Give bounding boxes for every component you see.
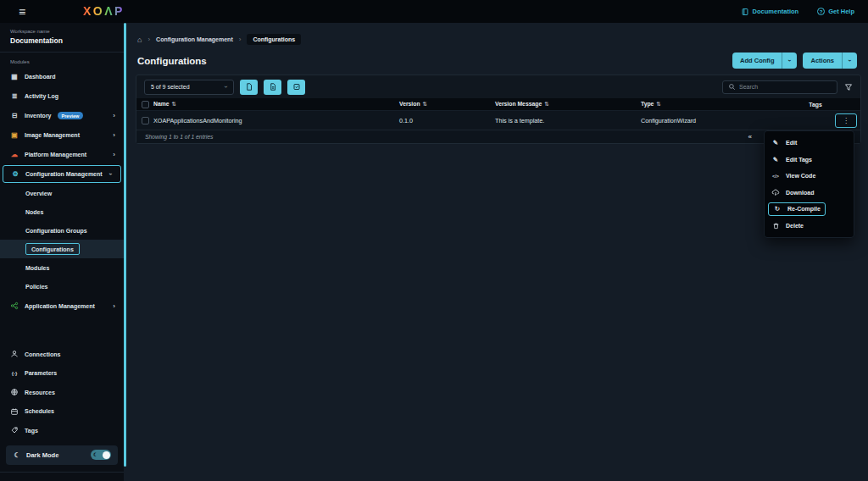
sidebar-divider <box>0 472 124 473</box>
sidebar-item-activity-log[interactable]: ≣ Activity Log <box>0 86 124 106</box>
sidebar-item-label: Activity Log <box>25 93 58 99</box>
selection-dropdown[interactable]: 5 of 9 selected › <box>144 80 234 95</box>
column-label: Version <box>399 101 420 107</box>
dashboard-icon: ▦ <box>10 73 19 80</box>
menu-item-delete[interactable]: Delete <box>765 218 854 235</box>
recompile-icon: ↻ <box>773 205 782 213</box>
sidebar-subitem-label: Configuration Groups <box>25 228 87 234</box>
sidebar-item-label: Tags <box>25 428 38 434</box>
row-checkbox[interactable] <box>142 117 149 124</box>
menu-item-download[interactable]: Download <box>765 185 854 202</box>
configurations-table-card: 5 of 9 selected › <box>136 75 861 144</box>
sidebar-subitem-overview[interactable]: Overview <box>0 184 124 202</box>
tag-icon <box>10 426 19 434</box>
sidebar-subitem-configurations[interactable]: Configurations <box>0 240 124 258</box>
breadcrumb-item-configuration-management[interactable]: Configuration Management <box>156 36 233 42</box>
xoap-logo: XOΛP <box>83 4 125 18</box>
column-label: Type <box>641 101 654 107</box>
app-screen: ≡ XOΛP Documentation ? Get Help Workspac… <box>0 0 868 481</box>
table-header: Name⇅ Version⇅ Version Message⇅ Type⇅ Ta… <box>136 98 860 110</box>
add-config-button[interactable]: Add Config › <box>732 53 797 69</box>
sidebar-item-dashboard[interactable]: ▦ Dashboard <box>0 67 124 86</box>
table-row[interactable]: XOAPApplicationsAndMonitoring 0.1.0 This… <box>136 110 860 130</box>
person-icon <box>10 350 19 358</box>
sidebar-subitem-nodes[interactable]: Nodes <box>0 202 124 221</box>
toggle-knob <box>103 451 110 459</box>
menu-item-label: Delete <box>786 223 804 229</box>
sidebar-item-tags[interactable]: Tags <box>0 421 124 440</box>
sidebar-item-schedules[interactable]: Schedules <box>0 402 124 422</box>
configuration-management-icon: ⚙ <box>11 170 19 178</box>
sidebar-item-platform-management[interactable]: ☁ Platform Management › <box>0 145 124 164</box>
column-header-type[interactable]: Type⇅ <box>641 101 798 108</box>
header-actions: Add Config › Actions › <box>732 53 857 69</box>
add-config-label: Add Config <box>732 53 782 69</box>
sidebar-item-label: Parameters <box>25 370 57 376</box>
file-export-button[interactable] <box>264 80 281 95</box>
workspace-block: Workspace name Documentation <box>0 23 124 53</box>
parameters-icon: {-} <box>10 371 19 376</box>
home-icon[interactable]: ⌂ <box>137 36 142 44</box>
book-icon <box>741 8 749 16</box>
sidebar-subitem-label: Policies <box>25 284 47 290</box>
actions-label: Actions <box>803 53 842 69</box>
sidebar-item-resources[interactable]: Resources <box>0 383 124 402</box>
breadcrumb-item-configurations[interactable]: Configurations <box>247 34 301 45</box>
image-management-icon: ▣ <box>10 131 19 139</box>
modules-section-label: Modules <box>0 53 124 67</box>
new-file-button[interactable] <box>240 80 258 95</box>
page-title: Configurations <box>137 56 207 66</box>
sidebar-item-inventory[interactable]: ⊟ Inventory Preview › <box>0 106 124 125</box>
breadcrumb: ⌂ › Configuration Management › Configura… <box>126 23 868 45</box>
column-header-tags: Tags <box>798 102 833 108</box>
sort-icon: ⇅ <box>544 101 548 107</box>
column-header-name[interactable]: Name⇅ <box>153 101 399 108</box>
sidebar-subitem-configuration-groups[interactable]: Configuration Groups <box>0 221 124 240</box>
code-icon: </> <box>771 174 780 179</box>
topbar-links: Documentation ? Get Help <box>741 8 854 16</box>
column-header-version-message[interactable]: Version Message⇅ <box>495 101 641 108</box>
actions-button[interactable]: Actions › <box>803 53 857 69</box>
breadcrumb-separator: › <box>147 36 150 43</box>
row-actions-menu-button[interactable]: ⋮ <box>835 113 857 128</box>
menu-item-edit-tags[interactable]: ✎ Edit Tags <box>765 152 854 169</box>
table-footer: Showing 1 to 1 of 1 entries « <box>136 130 860 143</box>
chevron-down-icon: › <box>107 173 114 175</box>
menu-item-recompile[interactable]: ↻ Re-Compile <box>765 201 854 218</box>
column-header-version[interactable]: Version⇅ <box>399 101 495 108</box>
sidebar-item-parameters[interactable]: {-} Parameters <box>0 364 124 384</box>
collapse-pagination-icon[interactable]: « <box>748 133 752 141</box>
activity-log-icon: ≣ <box>10 92 19 100</box>
platform-management-icon: ☁ <box>10 151 19 158</box>
toolbar-right <box>722 80 853 94</box>
get-help-link[interactable]: ? Get Help <box>817 8 854 15</box>
chevron-right-icon: › <box>113 302 115 310</box>
sidebar-item-configuration-management[interactable]: ⚙ Configuration Management › <box>3 165 121 183</box>
sidebar-item-image-management[interactable]: ▣ Image Management › <box>0 125 124 145</box>
sidebar-spacer <box>0 316 124 345</box>
filter-icon[interactable] <box>844 83 853 91</box>
sidebar-subitem-policies[interactable]: Policies <box>0 277 124 296</box>
hamburger-menu-icon[interactable]: ≡ <box>19 6 25 18</box>
sidebar-item-label: Connections <box>25 351 60 357</box>
sidebar-item-connections[interactable]: Connections <box>0 345 124 364</box>
cell-type: ConfigurationWizard <box>641 117 798 124</box>
dark-mode-row: ☾ Dark Mode ☾ <box>6 445 118 465</box>
sidebar-scrollbar[interactable] <box>124 23 126 467</box>
documentation-link[interactable]: Documentation <box>741 8 799 16</box>
chevron-right-icon: › <box>113 151 115 158</box>
share-icon <box>10 301 19 310</box>
chevron-down-icon: › <box>222 86 230 88</box>
dark-mode-toggle[interactable]: ☾ <box>91 450 111 460</box>
sidebar-item-label: Dashboard <box>25 74 56 80</box>
select-all-checkbox[interactable] <box>142 101 149 108</box>
sidebar-subitem-modules[interactable]: Modules <box>0 258 124 277</box>
page-header: Configurations Add Config › Actions › <box>126 45 868 69</box>
breadcrumb-separator: › <box>239 36 242 43</box>
menu-item-view-code[interactable]: </> View Code <box>765 168 854 185</box>
search-input[interactable] <box>739 84 832 90</box>
menu-item-edit[interactable]: ✎ Edit <box>765 135 854 152</box>
sidebar-item-application-management[interactable]: Application Management › <box>0 296 124 316</box>
select-all-button[interactable] <box>287 80 305 95</box>
trash-icon <box>771 222 780 229</box>
